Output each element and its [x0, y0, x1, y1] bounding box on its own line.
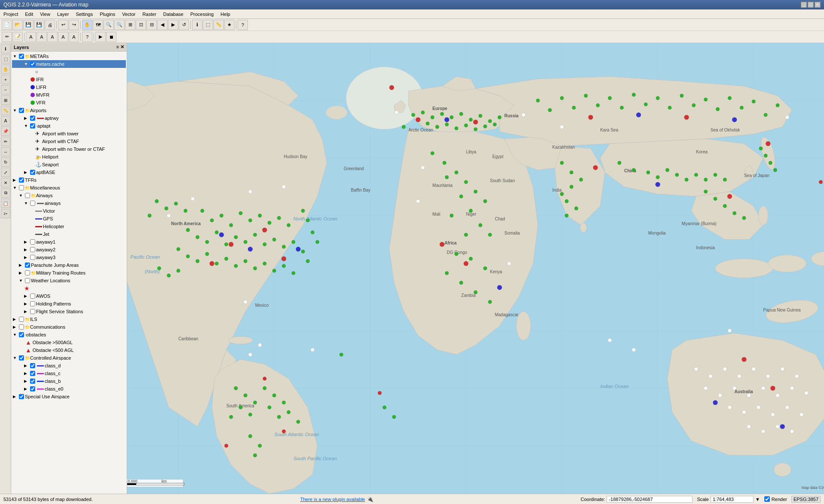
- lt-pan[interactable]: ✋: [1, 64, 10, 74]
- menu-project[interactable]: Project: [0, 11, 21, 18]
- class-c-expand[interactable]: ▶: [24, 371, 29, 376]
- layer-parachute[interactable]: ▶ Parachute Jump Areas: [12, 261, 126, 269]
- class-d-checkbox[interactable]: [30, 363, 35, 368]
- metars-cache-checkbox[interactable]: [30, 61, 35, 67]
- layer-weather[interactable]: ▼ Weather Locations: [12, 277, 126, 284]
- airways-checkbox[interactable]: [25, 193, 30, 198]
- zoom-in-button[interactable]: 🔍: [104, 20, 114, 30]
- menu-plugins[interactable]: Plugins: [96, 11, 119, 18]
- aptrwy-checkbox[interactable]: [30, 116, 35, 121]
- lt-rotate[interactable]: ↻: [1, 157, 10, 167]
- scale-input[interactable]: 1:764,483: [711, 496, 754, 503]
- comms-checkbox[interactable]: [19, 324, 24, 330]
- layer-awyawy1[interactable]: ▶ awyawy1: [12, 238, 126, 246]
- class-d-expand[interactable]: ▶: [24, 363, 29, 368]
- lt-zoom-full[interactable]: ⊞: [1, 95, 10, 105]
- class-e0-checkbox[interactable]: [30, 386, 35, 391]
- label5-button[interactable]: A: [69, 32, 79, 42]
- ils-checkbox[interactable]: [19, 317, 24, 322]
- tfrs-checkbox[interactable]: [19, 177, 24, 183]
- misc-checkbox[interactable]: [19, 185, 24, 190]
- layers-menu-icon[interactable]: ≡: [116, 44, 119, 50]
- lt-num[interactable]: 2+: [1, 209, 10, 218]
- layers-close-icon[interactable]: ✕: [120, 44, 124, 50]
- layers-list[interactable]: ▼ 📁 METARs ▼ metars.cache ○ IFR LIFR: [11, 52, 127, 494]
- layer-group-metars[interactable]: ▼ 📁 METARs: [12, 52, 126, 60]
- menu-vector[interactable]: Vector: [119, 11, 139, 18]
- awyawy3-expand[interactable]: ▶: [24, 255, 29, 260]
- measure-button[interactable]: 📏: [214, 20, 224, 30]
- layer-ils[interactable]: ▶ 📁 ILS: [12, 315, 126, 323]
- menu-processing[interactable]: Processing: [187, 11, 217, 18]
- layer-class-e0[interactable]: ▶ class_e0: [12, 385, 126, 393]
- airports-checkbox[interactable]: [19, 108, 24, 113]
- coordinate-input[interactable]: -18879286,-5024687: [607, 496, 693, 503]
- epsg-badge[interactable]: EPSG:3857: [791, 496, 821, 503]
- layer-obstacles[interactable]: ▼ · obstacles: [12, 331, 126, 339]
- layer-awyawy2[interactable]: ▶ awyawy2: [12, 246, 126, 254]
- airports-expand-arrow[interactable]: ▼: [13, 108, 18, 113]
- controlled-checkbox[interactable]: [19, 355, 24, 360]
- help2-button[interactable]: ?: [82, 32, 92, 42]
- weather-checkbox[interactable]: [25, 278, 30, 283]
- metars-expand-arrow[interactable]: ▼: [13, 54, 18, 58]
- aptapt-checkbox[interactable]: [30, 123, 35, 128]
- holding-expand[interactable]: ▶: [24, 302, 29, 306]
- layer-aptbase[interactable]: ▶ aptBASE: [12, 168, 126, 176]
- lt-measure[interactable]: 📏: [1, 106, 10, 115]
- military-expand[interactable]: ▶: [19, 271, 24, 275]
- lt-zoom-in[interactable]: +: [1, 75, 10, 84]
- anim2-button[interactable]: ⏹: [106, 32, 116, 42]
- save-project-button[interactable]: 💾: [23, 20, 34, 30]
- new-project-button[interactable]: 📄: [2, 20, 12, 30]
- identify-button[interactable]: ℹ: [192, 20, 202, 30]
- minimize-button[interactable]: _: [801, 2, 807, 8]
- map-canvas-area[interactable]: Pacific Ocean (North) South Pacific Ocea…: [127, 43, 824, 494]
- lt-label[interactable]: A: [1, 116, 10, 125]
- airways-sub-checkbox[interactable]: [30, 201, 35, 206]
- digitize-button[interactable]: ✏: [2, 32, 12, 42]
- holding-checkbox[interactable]: [30, 301, 35, 306]
- layer-aptapt[interactable]: ▼ · aptapt: [12, 122, 126, 130]
- metars-cache-expand[interactable]: ▼: [24, 62, 29, 66]
- menu-database[interactable]: Database: [160, 11, 187, 18]
- maximize-button[interactable]: □: [808, 2, 814, 8]
- ils-expand[interactable]: ▶: [13, 317, 18, 321]
- layer-aptrwy[interactable]: ▶ aptrwy: [12, 114, 126, 122]
- layer-class-c[interactable]: ▶ class_c: [12, 370, 126, 377]
- layer-airways-sub[interactable]: ▼ airways: [12, 199, 126, 207]
- awyawy2-expand[interactable]: ▶: [24, 247, 29, 252]
- comms-expand[interactable]: ▶: [13, 325, 18, 329]
- class-b-expand[interactable]: ▶: [24, 379, 29, 383]
- menu-edit[interactable]: Edit: [21, 11, 37, 18]
- airways-expand[interactable]: ▼: [19, 193, 24, 198]
- label3-button[interactable]: A: [47, 32, 58, 42]
- special-checkbox[interactable]: [19, 394, 24, 399]
- pan-button[interactable]: ✋: [82, 20, 92, 30]
- menu-view[interactable]: View: [37, 11, 54, 18]
- layer-class-d[interactable]: ▶ class_d: [12, 362, 126, 370]
- anim-button[interactable]: ▶: [95, 32, 106, 42]
- metars-checkbox[interactable]: [19, 54, 24, 59]
- airways-sub-expand[interactable]: ▼: [24, 201, 29, 205]
- zoom-prev-button[interactable]: ◀: [157, 20, 168, 30]
- zoom-out-button[interactable]: 🔍: [114, 20, 125, 30]
- label2-button[interactable]: A: [37, 32, 47, 42]
- weather-expand[interactable]: ▼: [19, 278, 24, 283]
- military-checkbox[interactable]: [25, 270, 30, 275]
- layer-special-airspace[interactable]: ▶ Special Use Airspace: [12, 393, 126, 400]
- layer-awos[interactable]: ▶ AWOS: [12, 292, 126, 300]
- lt-select[interactable]: ⬚: [1, 54, 10, 64]
- class-e0-expand[interactable]: ▶: [24, 387, 29, 391]
- layer-airways[interactable]: ▼ 📁 Airways: [12, 192, 126, 199]
- label-button[interactable]: A: [26, 32, 36, 42]
- menu-raster[interactable]: Raster: [139, 11, 159, 18]
- awyawy3-checkbox[interactable]: [30, 255, 35, 260]
- select-button[interactable]: ⬚: [203, 20, 213, 30]
- zoom-layer-button[interactable]: ⊡: [136, 20, 146, 30]
- layer-metars-cache[interactable]: ▼ metars.cache: [12, 60, 126, 68]
- layer-comms[interactable]: ▶ 📁 Communications: [12, 323, 126, 331]
- lt-pin[interactable]: 📌: [1, 126, 10, 136]
- edit-button[interactable]: 📝: [12, 32, 23, 42]
- epsg-section[interactable]: EPSG:3857: [791, 496, 821, 503]
